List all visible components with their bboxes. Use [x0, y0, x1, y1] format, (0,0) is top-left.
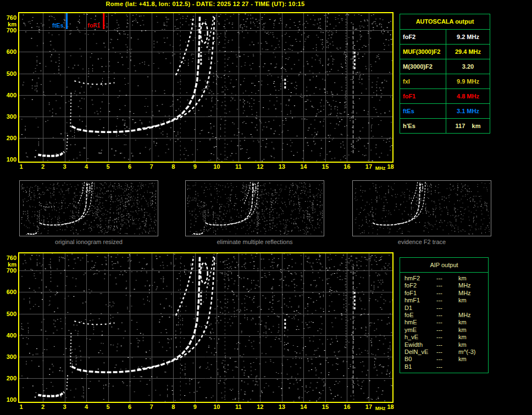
- x-tick-label: 5: [107, 403, 110, 410]
- aip-table-row: hmF1---km: [400, 297, 488, 304]
- aip-param-unit: MHz: [458, 312, 488, 319]
- y-tick-label: 300: [0, 353, 16, 360]
- y-tick-label: 200: [0, 375, 16, 381]
- param-value: 3.20: [446, 59, 490, 74]
- y-tick-label: 400: [0, 92, 16, 98]
- x-tick-label: 8: [171, 403, 175, 410]
- x-tick-label: 5: [107, 163, 110, 170]
- aip-table-row: Ewidth---km: [400, 341, 488, 348]
- aip-param-value: ---: [436, 334, 458, 341]
- param-name: M(3000)F2: [400, 59, 446, 74]
- aip-param-value: ---: [436, 348, 458, 356]
- aip-table-row: foF2---MHz: [400, 282, 488, 289]
- aip-param-name: Ewidth: [404, 341, 436, 348]
- aip-param-name: hmF1: [404, 297, 436, 304]
- aip-param-name: B0: [404, 356, 436, 363]
- y-tick-label: 500: [0, 70, 16, 77]
- marker-label-ftEs: ftEs: [52, 22, 64, 29]
- x-tick-label: 2: [41, 403, 45, 410]
- aip-param-value: ---: [436, 327, 458, 334]
- param-value: 9.9 MHz: [446, 74, 490, 88]
- y-tick-label: 760: [0, 254, 16, 261]
- x-tick-label: 7: [150, 163, 153, 170]
- y-tick-label: 600: [0, 48, 16, 55]
- axis-unit-km: km: [0, 261, 16, 268]
- x-tick-label: 12: [257, 163, 263, 170]
- x-tick-label: 17: [365, 163, 372, 170]
- param-value: 3.1 MHz: [446, 104, 490, 118]
- x-tick-label: 2: [41, 163, 45, 170]
- x-tick-label: 18: [387, 163, 394, 170]
- y-tick-label: 100: [0, 156, 16, 163]
- aip-param-unit: [458, 363, 488, 370]
- x-tick-label: 4: [85, 163, 88, 170]
- thumbnail-eliminate-reflections: [185, 180, 324, 236]
- thumbnail-caption-original: original ionogram resized: [19, 239, 158, 245]
- x-tick-label: 6: [128, 403, 131, 410]
- param-name: MUF(3000)F2: [400, 45, 446, 59]
- aip-param-name: foF1: [404, 290, 436, 297]
- aip-param-value: ---: [436, 341, 458, 348]
- aip-param-unit: km: [458, 334, 488, 341]
- x-tick-label: 14: [300, 403, 307, 410]
- x-tick-label: 15: [322, 403, 329, 410]
- aip-param-value: ---: [436, 282, 458, 289]
- aip-param-unit: [458, 305, 488, 312]
- param-name: foF2: [400, 30, 446, 44]
- x-tick-label: 3: [63, 163, 66, 170]
- aip-table-row: hmF2---km: [400, 275, 488, 282]
- autoscala-table-row: ftEs3.1 MHz: [400, 104, 490, 119]
- x-tick-label: 11: [235, 163, 242, 170]
- marker-label-foF1: foF1: [87, 22, 100, 29]
- aip-table-title: AIP output: [400, 258, 488, 273]
- x-tick-label: 10: [213, 163, 220, 170]
- aip-table-row: DelN_vE---m^(-3): [400, 348, 488, 356]
- aip-table-row: ymE---km: [400, 327, 488, 334]
- x-tick-label: 1: [19, 403, 23, 410]
- aip-param-name: hmF2: [404, 275, 436, 282]
- y-tick-label: 500: [0, 311, 16, 317]
- thumbnail-caption-f2trace: evidence F2 trace: [352, 239, 491, 245]
- y-tick-label: 300: [0, 113, 16, 120]
- x-tick-label: 17: [365, 403, 372, 410]
- aip-param-unit: km: [458, 297, 488, 304]
- autoscala-table-row: h'Es117 km: [400, 119, 490, 133]
- aip-param-name: B1: [404, 363, 436, 370]
- aip-param-value: ---: [436, 305, 458, 312]
- thumbnail-caption-reflections: eliminate multiple reflections: [185, 239, 324, 245]
- aip-table-row: hmE---km: [400, 319, 488, 326]
- x-tick-label: 15: [322, 163, 329, 170]
- aip-param-value: ---: [436, 275, 458, 282]
- aip-param-name: DelN_vE: [404, 348, 436, 356]
- aip-param-unit: km: [458, 341, 488, 348]
- x-tick-label: 3: [63, 403, 66, 410]
- autoscala-output-table: AUTOSCALA output foF29.2 MHzMUF(3000)F22…: [400, 14, 490, 134]
- aip-param-unit: MHz: [458, 290, 488, 297]
- autoscala-table-row: fxI9.9 MHz: [400, 74, 490, 89]
- x-tick-label: 11: [235, 403, 242, 410]
- param-value: 29.4 MHz: [446, 45, 490, 59]
- x-tick-label: 13: [279, 163, 285, 170]
- aip-param-value: ---: [436, 319, 458, 326]
- axis-unit-mhz: MHz: [375, 165, 386, 171]
- param-value: 9.2 MHz: [446, 30, 490, 44]
- x-tick-label: 1: [19, 163, 23, 170]
- autoscala-table-row: foF14.8 MHz: [400, 89, 490, 104]
- ionogram-plot-aip: [18, 252, 394, 403]
- x-tick-label: 9: [193, 403, 197, 410]
- y-tick-label: 600: [0, 289, 16, 295]
- autoscala-table-row: MUF(3000)F229.4 MHz: [400, 45, 490, 59]
- y-tick-label: 700: [0, 27, 16, 34]
- aip-param-name: h_vE: [404, 334, 436, 341]
- x-tick-label: 4: [85, 403, 88, 410]
- autoscala-table-title: AUTOSCALA output: [400, 14, 490, 30]
- y-tick-label: 700: [0, 267, 16, 274]
- aip-param-unit: m^(-3): [458, 348, 488, 356]
- aip-param-name: hmE: [404, 319, 436, 326]
- param-value: 117 km: [446, 119, 490, 133]
- y-tick-label: 100: [0, 396, 16, 403]
- aip-param-unit: km: [458, 319, 488, 326]
- x-tick-label: 16: [343, 163, 350, 170]
- y-tick-label: 200: [0, 135, 16, 141]
- aip-param-name: foF2: [404, 282, 436, 289]
